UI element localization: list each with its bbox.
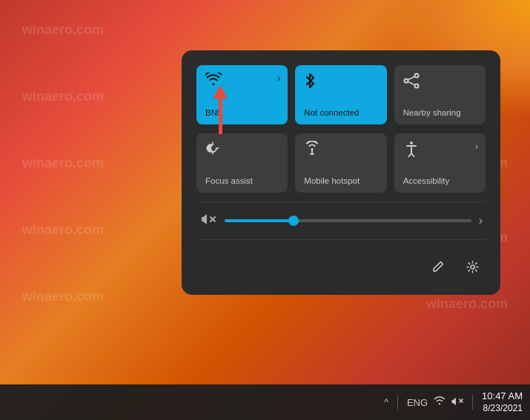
nearby-sharing-label: Nearby sharing bbox=[403, 108, 461, 117]
svg-point-0 bbox=[404, 79, 408, 83]
volume-slider[interactable] bbox=[225, 213, 471, 228]
mobile-hotspot-icon bbox=[304, 141, 320, 159]
taskbar: ^ ENG 10:47 AM 8/23/2021 bbox=[0, 384, 530, 420]
bluetooth-label: Not connected bbox=[304, 108, 359, 117]
volume-muted-icon[interactable] bbox=[199, 213, 217, 229]
focus-assist-label: Focus assist bbox=[205, 176, 253, 185]
svg-point-2 bbox=[414, 84, 418, 88]
taskbar-date: 8/23/2021 bbox=[482, 403, 523, 413]
quick-settings-panel: › BN5 Not connected bbox=[182, 50, 500, 295]
arrow-pointer bbox=[213, 85, 228, 134]
volume-track bbox=[225, 219, 471, 222]
accessibility-chevron-icon: › bbox=[475, 141, 478, 152]
accessibility-label: Accessibility bbox=[403, 176, 450, 185]
volume-fill bbox=[225, 219, 294, 222]
taskbar-separator-2 bbox=[472, 395, 473, 410]
watermark-2: winaero.com bbox=[22, 89, 104, 104]
mobile-hotspot-label: Mobile hotspot bbox=[304, 176, 360, 185]
mobile-hotspot-tile[interactable]: Mobile hotspot bbox=[295, 133, 386, 193]
bluetooth-icon bbox=[304, 73, 317, 93]
watermark-8: winaero.com bbox=[426, 296, 508, 312]
system-tray-expand-icon[interactable]: ^ bbox=[384, 397, 388, 407]
arrow-shaft bbox=[219, 97, 222, 134]
taskbar-language[interactable]: ENG bbox=[407, 397, 428, 408]
edit-button[interactable] bbox=[425, 253, 451, 280]
bottom-toolbar bbox=[196, 247, 486, 280]
svg-line-3 bbox=[408, 76, 415, 80]
accessibility-tile[interactable]: › Accessibility bbox=[394, 133, 486, 193]
nearby-sharing-tile[interactable]: Nearby sharing bbox=[394, 65, 486, 124]
watermark-5: winaero.com bbox=[22, 289, 104, 304]
watermark-4: winaero.com bbox=[22, 222, 104, 238]
focus-assist-icon bbox=[205, 141, 220, 159]
settings-button[interactable] bbox=[459, 253, 486, 280]
focus-assist-tile[interactable]: Focus assist bbox=[196, 133, 288, 193]
bluetooth-tile[interactable]: Not connected bbox=[295, 65, 386, 124]
svg-line-4 bbox=[408, 81, 415, 85]
taskbar-wifi-icon[interactable] bbox=[434, 396, 445, 409]
tiles-row-2: Focus assist Mobile hotspot bbox=[196, 133, 486, 193]
taskbar-clock[interactable]: 10:47 AM 8/23/2021 bbox=[482, 390, 523, 413]
watermark-1: winaero.com bbox=[22, 22, 104, 38]
taskbar-separator-1 bbox=[397, 395, 398, 410]
svg-point-1 bbox=[414, 74, 418, 78]
svg-point-8 bbox=[471, 265, 474, 269]
watermark-3: winaero.com bbox=[22, 156, 104, 171]
accessibility-icon bbox=[403, 141, 420, 161]
taskbar-time: 10:47 AM bbox=[482, 390, 523, 403]
volume-thumb bbox=[288, 216, 299, 226]
volume-expand-icon[interactable]: › bbox=[479, 214, 483, 227]
taskbar-volume-icon[interactable] bbox=[451, 396, 463, 409]
nearby-sharing-icon bbox=[403, 73, 420, 93]
tiles-row-1: › BN5 Not connected bbox=[196, 65, 486, 124]
svg-point-5 bbox=[410, 141, 413, 144]
taskbar-system-tray: ^ ENG 10:47 AM 8/23/2021 bbox=[384, 390, 523, 413]
volume-row: › bbox=[196, 201, 486, 240]
wifi-chevron-icon: › bbox=[277, 73, 280, 84]
wifi-tile[interactable]: › BN5 bbox=[196, 65, 288, 124]
